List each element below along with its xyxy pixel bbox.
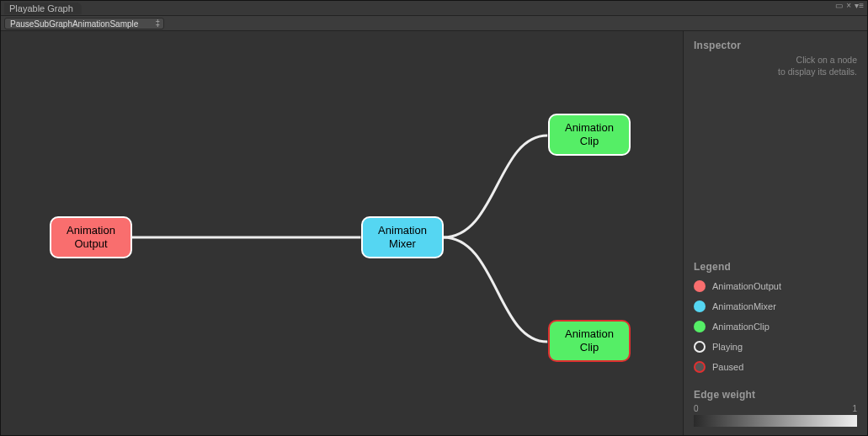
edge-weight-title: Edge weight [694, 389, 857, 401]
graph-canvas[interactable]: Animation Output Animation Mixer Animati… [1, 31, 684, 435]
graph-select-dropdown[interactable]: PauseSubGraphAnimationSample [4, 18, 164, 29]
inspector-title: Inspector [694, 40, 857, 51]
node-animation-clip-2[interactable]: Animation Clip [548, 320, 631, 362]
edge-weight-max: 1 [852, 404, 857, 413]
legend-item-clip: AnimationClip [694, 321, 857, 332]
edge-weight-section: Edge weight 0 1 [694, 389, 857, 427]
swatch-icon [694, 300, 706, 312]
node-animation-output[interactable]: Animation Output [50, 216, 132, 258]
legend-label: AnimationOutput [712, 281, 781, 291]
legend-title: Legend [694, 261, 857, 273]
playable-graph-window: Playable Graph ▭ × ▾≡ PauseSubGraphAnima… [0, 0, 868, 436]
toolbar: PauseSubGraphAnimationSample [1, 16, 867, 31]
node-label: Animation Output [67, 224, 115, 250]
inspector-hint: Click on a node to display its details. [694, 55, 857, 77]
legend-label: AnimationMixer [712, 301, 776, 311]
edge-weight-min: 0 [694, 404, 699, 413]
legend-item-playing: Playing [694, 341, 857, 353]
titlebar: Playable Graph ▭ × ▾≡ [1, 1, 867, 16]
node-animation-mixer[interactable]: Animation Mixer [361, 216, 444, 258]
node-label: Animation Mixer [378, 224, 427, 250]
legend-item-paused: Paused [694, 361, 857, 373]
legend-label: Paused [712, 362, 743, 372]
swatch-icon [694, 280, 706, 292]
sidebar: Inspector Click on a node to display its… [684, 31, 867, 435]
legend-item-mixer: AnimationMixer [694, 300, 857, 312]
edge-weight-gradient [694, 415, 857, 427]
legend-label: Playing [712, 342, 743, 352]
node-label: Animation Clip [565, 327, 614, 354]
node-animation-clip-1[interactable]: Animation Clip [548, 114, 631, 156]
legend-item-output: AnimationOutput [694, 280, 857, 292]
window-controls: ▭ × ▾≡ [835, 2, 864, 10]
legend-label: AnimationClip [712, 322, 769, 332]
edge-weight-labels: 0 1 [694, 404, 857, 413]
swatch-icon [694, 321, 706, 332]
window-lock-icon[interactable]: ▭ [835, 2, 843, 10]
window-close-icon[interactable]: × [846, 2, 851, 10]
window-menu-icon[interactable]: ▾≡ [855, 2, 864, 10]
node-label: Animation Clip [565, 121, 614, 147]
window-tab[interactable]: Playable Graph [4, 3, 82, 14]
swatch-icon [694, 361, 706, 373]
swatch-icon [694, 341, 706, 353]
